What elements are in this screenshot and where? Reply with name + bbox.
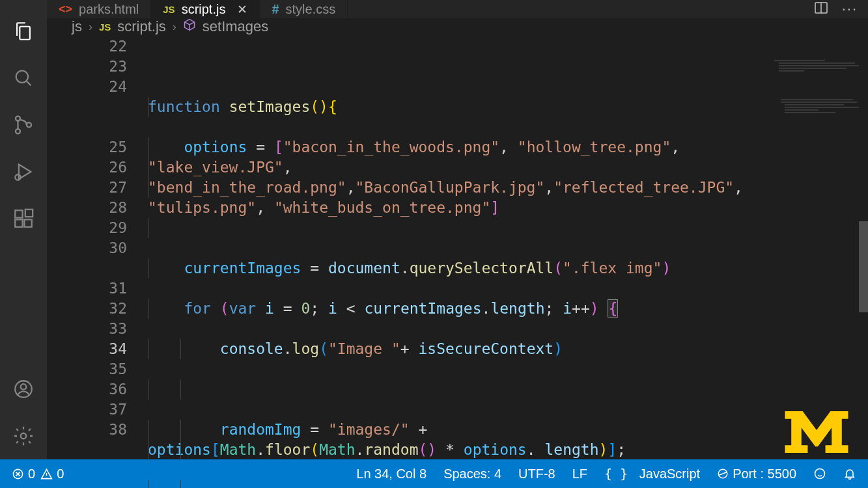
breadcrumb[interactable]: js › JS script.js › setImages — [47, 18, 868, 35]
js-icon: JS — [99, 21, 111, 33]
tab-label: script.js — [182, 2, 226, 17]
editor-tabs: <> parks.html JS script.js ✕ # style.css… — [47, 0, 868, 18]
accounts-icon[interactable] — [0, 366, 47, 413]
code-content[interactable]: function setImages(){ options = ["bacon_… — [148, 36, 868, 488]
svg-point-10 — [21, 384, 27, 390]
status-errors[interactable]: 0 — [12, 467, 35, 481]
js-icon: JS — [163, 4, 175, 15]
breadcrumb-symbol: setImages — [203, 18, 269, 35]
more-actions-icon[interactable]: ··· — [842, 1, 858, 18]
michigan-logo — [785, 411, 848, 453]
extensions-icon[interactable] — [0, 195, 47, 242]
svg-rect-6 — [15, 219, 22, 226]
tab-parks-html[interactable]: <> parks.html — [47, 0, 151, 18]
activity-bar — [0, 0, 47, 459]
breadcrumb-folder: js — [72, 18, 82, 35]
explorer-icon[interactable] — [0, 8, 47, 55]
symbol-icon — [183, 18, 196, 35]
code-editor[interactable]: 2223242526272829303132333435363738 // ad… — [47, 35, 868, 488]
line-gutter: 2223242526272829303132333435363738 — [47, 36, 148, 488]
minimap[interactable] — [774, 60, 859, 190]
breadcrumb-file: script.js — [117, 18, 166, 35]
run-debug-icon[interactable] — [0, 148, 47, 195]
svg-point-2 — [16, 129, 20, 133]
vertical-scrollbar[interactable] — [859, 221, 868, 312]
close-icon[interactable]: ✕ — [237, 2, 247, 17]
svg-point-1 — [16, 116, 20, 121]
tab-label: parks.html — [79, 2, 139, 17]
svg-rect-8 — [25, 210, 33, 217]
tab-script-js[interactable]: JS script.js ✕ — [151, 0, 260, 18]
tab-label: style.css — [286, 2, 336, 17]
svg-rect-5 — [15, 210, 22, 217]
svg-rect-7 — [24, 219, 31, 226]
html-icon: <> — [59, 3, 72, 16]
split-editor-icon[interactable] — [813, 0, 829, 18]
search-icon[interactable] — [0, 55, 47, 102]
css-icon: # — [272, 2, 279, 17]
source-control-icon[interactable] — [0, 102, 47, 148]
svg-point-4 — [15, 174, 21, 180]
svg-point-0 — [16, 71, 28, 83]
svg-point-11 — [21, 433, 27, 439]
settings-gear-icon[interactable] — [0, 413, 47, 459]
tab-style-css[interactable]: # style.css — [260, 0, 348, 18]
